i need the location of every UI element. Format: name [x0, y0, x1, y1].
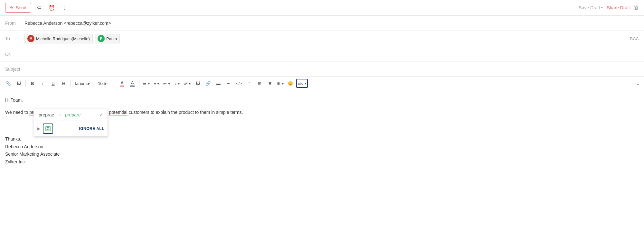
- divider-5: [139, 80, 139, 87]
- sig-name: Rebecca Anderson: [5, 143, 639, 151]
- expand-icon[interactable]: ⌄: [636, 80, 640, 87]
- spell-play-icon[interactable]: ▶: [37, 126, 40, 131]
- save-draft-caret-icon: ▾: [601, 6, 603, 9]
- font-color-bar: [120, 86, 124, 87]
- to-label: To: [5, 36, 24, 41]
- top-bar-right: Save Draft ▾ Share Draft 🗑: [579, 5, 639, 11]
- font-family-value: Tahoma: [74, 81, 89, 86]
- save-draft-button[interactable]: Save Draft ▾: [579, 5, 603, 10]
- from-label: From: [5, 21, 24, 26]
- greeting-text: Hi Team,: [5, 97, 23, 103]
- divider-2: [70, 80, 71, 87]
- highlight-letter: A: [131, 80, 134, 85]
- send-label: Send: [16, 5, 26, 10]
- table-button[interactable]: ⊞: [255, 79, 264, 88]
- subject-label: Subject: [5, 67, 24, 72]
- delete-icon[interactable]: 🗑: [634, 5, 639, 11]
- list-button[interactable]: ≡ ▾: [152, 79, 161, 88]
- spell-ai-icon[interactable]: Z: [43, 124, 53, 134]
- inline-image-icon[interactable]: 🖼: [14, 79, 23, 88]
- spell-popup: preprae → prepare ⤢ ▶ Z IGNORE ALL: [34, 109, 108, 137]
- divider-3: [94, 80, 94, 87]
- body-text-suffix: customers to explain the product to them…: [128, 110, 243, 115]
- spell-wrong-word: preprae: [39, 112, 54, 117]
- spell-popup-header: preprae → prepare ⤢: [34, 109, 108, 121]
- subject-input[interactable]: [24, 67, 639, 72]
- sig-title: Senior Marketing Associate: [5, 151, 639, 158]
- signature-block: Thanks, Rebecca Anderson Senior Marketin…: [5, 135, 639, 166]
- subject-row: Subject: [0, 62, 644, 77]
- from-value: Rebecca Anderson <rebecca@zylker.com>: [24, 21, 111, 26]
- ignore-all-button[interactable]: IGNORE ALL: [79, 126, 104, 131]
- font-family-select[interactable]: Tahoma ▾: [73, 80, 92, 87]
- divider-1: [25, 80, 26, 87]
- svg-text:Z: Z: [47, 127, 49, 131]
- recipient-michelle-name: Michelle Rodrigues(Michelle): [36, 36, 90, 41]
- underline-button[interactable]: U: [49, 79, 58, 88]
- to-content: M Michelle Rodrigues(Michelle) P Paula: [24, 34, 630, 43]
- avatar-michelle: M: [27, 35, 34, 42]
- attachment-icon[interactable]: 📎: [4, 79, 13, 88]
- indent-button[interactable]: ↕ ▾: [173, 79, 182, 88]
- sig-inc: Inc: [19, 159, 25, 164]
- format-toolbar: 📎 🖼 B I U S Tahoma ▾ 10.5 ▾ A A ☰ ▾ ≡ ▾ …: [0, 77, 644, 90]
- reminder-icon[interactable]: ⏰: [47, 3, 57, 13]
- highlight-color-bar: [130, 86, 135, 87]
- sig-company: Zylker Inc.: [5, 158, 639, 166]
- share-draft-button[interactable]: Share Draft: [607, 5, 630, 10]
- cc-label: Cc: [5, 52, 24, 57]
- misspelled-word-2: potemtial: [109, 110, 128, 115]
- format-options-button[interactable]: ⚙ ▾: [276, 79, 285, 88]
- recipient-paula[interactable]: P Paula: [95, 34, 120, 43]
- horizontal-rule-button[interactable]: ▬: [214, 79, 223, 88]
- recipient-michelle[interactable]: M Michelle Rodrigues(Michelle): [24, 34, 93, 43]
- strikethrough-button[interactable]: S: [59, 79, 68, 88]
- highlight-color-button[interactable]: A: [128, 79, 137, 88]
- sig-zylker: Zylker: [5, 159, 17, 164]
- font-color-button[interactable]: A: [118, 79, 127, 88]
- from-content: Rebecca Anderson <rebecca@zylker.com>: [24, 21, 639, 26]
- from-row: From Rebecca Anderson <rebecca@zylker.co…: [0, 16, 644, 31]
- emoji-button[interactable]: 😊: [286, 79, 295, 88]
- link-button[interactable]: 🔗: [204, 79, 213, 88]
- source-button[interactable]: </>: [234, 79, 243, 88]
- outdent-button[interactable]: ⇤ ▾: [162, 79, 171, 88]
- greeting-line: Hi Team,: [5, 96, 639, 104]
- spell-correct-word: prepare: [65, 112, 80, 117]
- font-family-caret: ▾: [89, 82, 90, 85]
- blockquote-button[interactable]: ": [245, 79, 254, 88]
- superscript-button[interactable]: x² ▾: [183, 79, 192, 88]
- align-button[interactable]: ☰ ▾: [142, 79, 151, 88]
- font-size-select[interactable]: 10.5 ▾: [97, 80, 113, 87]
- font-size-value: 10.5: [98, 81, 106, 86]
- labels-icon[interactable]: 🏷: [34, 3, 44, 13]
- save-draft-label: Save Draft: [579, 5, 600, 10]
- signature-button[interactable]: ✒: [224, 79, 233, 88]
- top-bar: ✈ Send 🏷 ⏰ ⋮ Save Draft ▾ Share Draft 🗑: [0, 0, 644, 16]
- spellcheck-button[interactable]: abc ▾: [296, 79, 308, 88]
- share-draft-label: Share Draft: [607, 5, 630, 10]
- subject-content: [24, 67, 639, 72]
- avatar-paula: P: [98, 35, 105, 42]
- insert-image-button[interactable]: 🖼: [193, 79, 202, 88]
- send-icon: ✈: [10, 5, 14, 10]
- body-text-prefix: We need to: [5, 110, 29, 115]
- divider-4: [115, 80, 115, 87]
- sig-period: .: [25, 159, 26, 164]
- email-fields: From Rebecca Anderson <rebecca@zylker.co…: [0, 16, 644, 77]
- bcc-button[interactable]: BCC: [630, 36, 639, 41]
- spell-expand-icon[interactable]: ⤢: [99, 112, 103, 117]
- to-row: To M Michelle Rodrigues(Michelle) P Paul…: [0, 31, 644, 47]
- spell-popup-footer: ▶ Z IGNORE ALL: [34, 121, 108, 136]
- email-body[interactable]: Hi Team, We need to preprae a presentati…: [0, 90, 644, 187]
- bold-button[interactable]: B: [28, 79, 37, 88]
- spell-arrow-icon: →: [57, 112, 62, 117]
- font-color-letter: A: [121, 80, 124, 85]
- recipient-paula-name: Paula: [106, 36, 117, 41]
- clear-format-button[interactable]: ✖: [265, 79, 274, 88]
- more-options-icon[interactable]: ⋮: [60, 3, 70, 13]
- send-button[interactable]: ✈ Send: [5, 3, 31, 13]
- font-size-caret: ▾: [106, 82, 108, 85]
- cc-row: Cc: [0, 47, 644, 62]
- italic-button[interactable]: I: [38, 79, 47, 88]
